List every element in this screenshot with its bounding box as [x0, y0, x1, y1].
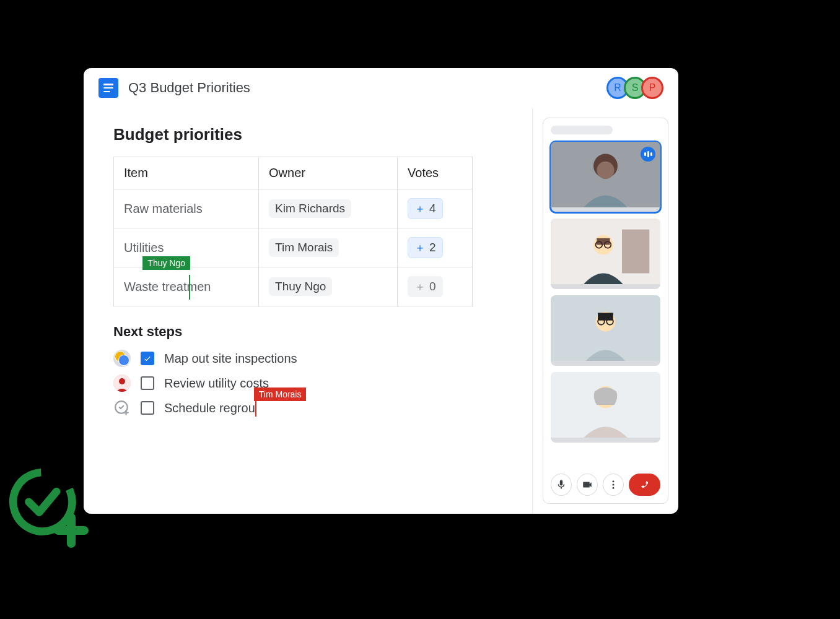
- checkbox[interactable]: [141, 401, 154, 415]
- table-header-votes: Votes: [398, 157, 473, 189]
- task-complete-badge-icon: [6, 465, 93, 552]
- task-row[interactable]: Review utility costs: [113, 374, 502, 392]
- video-tile[interactable]: [551, 142, 660, 212]
- svg-point-5: [597, 162, 614, 179]
- plus-icon: ＋: [414, 279, 426, 294]
- table-row[interactable]: Waste treatmen Thuy Ngo Thuy Ngo ＋0: [114, 267, 473, 306]
- assign-task-icon[interactable]: [113, 399, 131, 417]
- meet-controls: [551, 469, 660, 496]
- svg-point-19: [613, 480, 615, 482]
- collaborator-cursor-label: Thuy Ngo: [142, 256, 190, 270]
- collaborator-avatars: R S P: [611, 77, 663, 99]
- vote-chip[interactable]: ＋2: [408, 237, 443, 258]
- checkbox[interactable]: [141, 376, 154, 390]
- check-icon: [143, 354, 152, 363]
- document-canvas[interactable]: Budget priorities Item Owner Votes Raw m…: [84, 108, 532, 514]
- collaborator-cursor: [255, 401, 256, 417]
- video-tile[interactable]: [551, 372, 660, 443]
- vote-chip[interactable]: ＋4: [408, 198, 443, 219]
- video-tile[interactable]: [551, 295, 660, 366]
- task-text[interactable]: Review utility costs: [164, 376, 269, 391]
- checkbox[interactable]: [141, 352, 154, 365]
- section-heading: Next steps: [113, 324, 502, 340]
- task-text[interactable]: Schedule regrou Tim Morais: [164, 401, 255, 415]
- more-button[interactable]: [603, 474, 624, 496]
- table-header-owner: Owner: [259, 157, 398, 189]
- task-list: Map out site inspections Review utility …: [113, 350, 502, 417]
- cell-owner[interactable]: Thuy Ngo: [259, 267, 398, 306]
- cell-item[interactable]: Waste treatmen Thuy Ngo: [114, 267, 259, 306]
- svg-rect-7: [622, 230, 649, 274]
- speaking-indicator-icon: [641, 147, 655, 162]
- cell-owner[interactable]: Kim Richards: [259, 189, 398, 228]
- meet-panel: [543, 118, 668, 504]
- cell-votes[interactable]: ＋0: [398, 267, 473, 306]
- body: Budget priorities Item Owner Votes Raw m…: [84, 108, 678, 514]
- vote-chip[interactable]: ＋0: [408, 276, 443, 297]
- svg-rect-14: [598, 313, 613, 320]
- video-tile[interactable]: [551, 219, 660, 289]
- cell-votes[interactable]: ＋4: [398, 189, 473, 228]
- camera-icon: [582, 479, 593, 490]
- camera-button[interactable]: [577, 474, 598, 496]
- app-window: Q3 Budget Priorities R S P Budget priori…: [84, 68, 678, 514]
- task-text[interactable]: Map out site inspections: [164, 352, 297, 366]
- plus-icon: ＋: [414, 240, 426, 255]
- person-chip[interactable]: Kim Richards: [269, 199, 351, 218]
- doc-title[interactable]: Q3 Budget Priorities: [128, 80, 611, 96]
- task-row[interactable]: Map out site inspections: [113, 350, 502, 367]
- header: Q3 Budget Priorities R S P: [84, 68, 678, 108]
- mic-button[interactable]: [551, 474, 572, 496]
- cell-item[interactable]: Raw materials: [114, 189, 259, 228]
- meet-title-placeholder: [551, 126, 613, 134]
- collaborator-cursor-label: Tim Morais: [254, 387, 307, 401]
- assignee-avatar[interactable]: [113, 374, 131, 392]
- plus-icon: ＋: [414, 201, 426, 216]
- table-row[interactable]: Raw materials Kim Richards ＋4: [114, 189, 473, 228]
- collaborator-cursor: [189, 275, 190, 300]
- svg-point-8: [593, 235, 613, 255]
- hangup-icon: [638, 478, 652, 491]
- assignee-avatar-multi[interactable]: [113, 350, 131, 367]
- mic-icon: [556, 479, 567, 490]
- more-vertical-icon: [608, 479, 619, 490]
- person-chip[interactable]: Thuy Ngo: [269, 277, 332, 296]
- svg-point-21: [613, 487, 615, 489]
- svg-point-1: [119, 378, 125, 384]
- table-header-item: Item: [114, 157, 259, 189]
- docs-icon[interactable]: [98, 78, 118, 98]
- cell-votes[interactable]: ＋2: [398, 228, 473, 267]
- task-row[interactable]: Schedule regrou Tim Morais: [113, 399, 502, 417]
- person-chip[interactable]: Tim Morais: [269, 238, 339, 257]
- hangup-button[interactable]: [629, 474, 660, 496]
- collaborator-avatar[interactable]: P: [641, 77, 663, 99]
- meet-sidebar: [532, 108, 678, 514]
- cell-owner[interactable]: Tim Morais: [259, 228, 398, 267]
- svg-point-20: [613, 484, 615, 486]
- section-heading: Budget priorities: [113, 125, 502, 144]
- priorities-table[interactable]: Item Owner Votes Raw materials Kim Richa…: [113, 157, 473, 306]
